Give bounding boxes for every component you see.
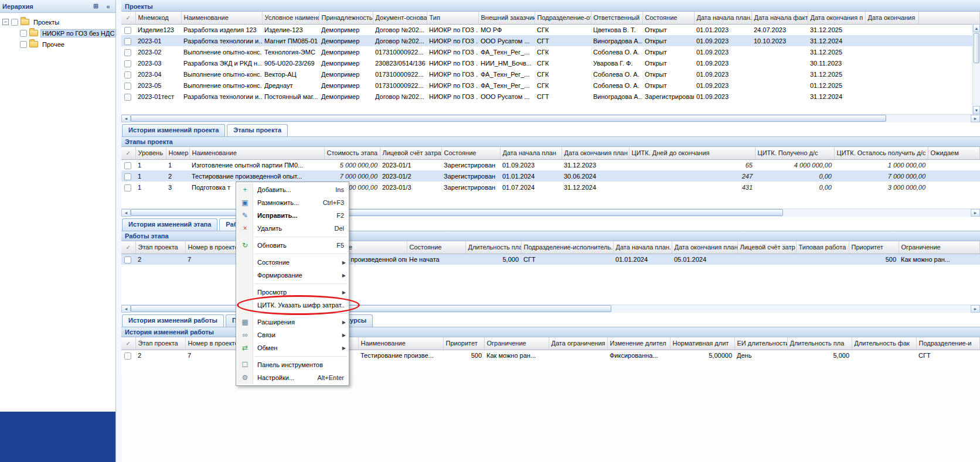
column-header[interactable]: Дата ограничения bbox=[549, 337, 607, 350]
table-cell[interactable]: День bbox=[734, 350, 787, 361]
column-header[interactable]: Лицевой счёт затрат bbox=[380, 147, 441, 159]
table-cell[interactable]: ФА_Техн_Рег_... bbox=[478, 69, 535, 80]
table-cell[interactable]: 7 000 000,00 bbox=[324, 170, 380, 182]
table-cell[interactable]: 01.09.2023 bbox=[500, 159, 562, 170]
scroll-left-icon[interactable]: ◄ bbox=[121, 305, 131, 313]
table-cell[interactable]: НИОКР по ГОЗ ... bbox=[427, 46, 478, 57]
table-cell[interactable] bbox=[549, 350, 607, 361]
row-checkbox[interactable] bbox=[124, 27, 131, 34]
table-cell[interactable] bbox=[751, 80, 808, 91]
table-row[interactable]: Изделие123 Разработка изделия 123 Издели… bbox=[121, 24, 980, 35]
column-header[interactable]: Наименование bbox=[189, 147, 324, 159]
table-cell[interactable]: 01.12.2025 bbox=[808, 80, 865, 91]
tree-item-label[interactable]: Проекты bbox=[32, 18, 61, 26]
table-cell[interactable]: 31.12.2025 bbox=[808, 46, 865, 57]
column-header[interactable]: Дата окончания план bbox=[562, 147, 629, 159]
column-header[interactable]: ЕИ длительности bbox=[734, 337, 787, 350]
table-cell[interactable]: 2023-01/3 bbox=[380, 182, 441, 193]
table-cell[interactable]: 7 bbox=[185, 254, 241, 265]
table-cell[interactable]: 2 bbox=[135, 254, 185, 265]
select-all-header[interactable]: ✓ bbox=[121, 241, 135, 254]
table-cell[interactable]: СГК bbox=[535, 57, 591, 69]
menu-item-edit[interactable]: ✎ Исправить... F2 bbox=[236, 209, 349, 222]
tab-stage-history[interactable]: История изменений этапа bbox=[122, 218, 217, 231]
table-cell[interactable]: ФА_Техн_Рег_... bbox=[478, 46, 535, 57]
tree-item-prochee[interactable]: Прочее bbox=[2, 39, 114, 50]
table-cell[interactable]: Тестирование произведенной опыт... bbox=[189, 170, 324, 182]
table-cell[interactable]: 2023-05 bbox=[135, 80, 181, 91]
column-header[interactable]: Дата начала факт bbox=[751, 12, 808, 24]
table-cell[interactable]: Цветкова В. Т. bbox=[591, 24, 642, 35]
table-cell[interactable] bbox=[865, 80, 918, 91]
table-cell[interactable]: Постоянный маг... bbox=[262, 91, 319, 102]
table-cell[interactable]: Договор №202... bbox=[373, 91, 427, 102]
table-row[interactable]: 2023-03 Разработка ЭКД и РКД н... 905-U0… bbox=[121, 57, 980, 69]
table-cell[interactable]: Выполнение опытно-конс... bbox=[181, 80, 262, 91]
menu-item-links[interactable]: ∞ Связи ▶ bbox=[236, 328, 349, 341]
column-header[interactable]: Уровень bbox=[135, 147, 166, 159]
row-checkbox-cell[interactable] bbox=[121, 254, 135, 265]
table-cell[interactable]: 01.09.2023 bbox=[694, 57, 751, 69]
table-cell[interactable]: 017310000922... bbox=[373, 69, 427, 80]
table-cell[interactable]: Зарегистрирован bbox=[441, 159, 500, 170]
table-row[interactable]: 2023-02 Выполнение опытно-конс... Технол… bbox=[121, 46, 980, 57]
column-header[interactable]: Подразделение-исполнитель. bbox=[521, 241, 613, 254]
column-header[interactable]: Тип bbox=[427, 12, 478, 24]
column-header[interactable]: ЦИТК. Получено д/с bbox=[755, 147, 834, 159]
table-cell[interactable]: Демопример bbox=[319, 91, 373, 102]
row-checkbox-cell[interactable] bbox=[121, 159, 135, 170]
table-cell[interactable]: 2023-02 bbox=[135, 46, 181, 57]
table-cell[interactable]: 1 bbox=[135, 182, 166, 193]
table-cell[interactable]: НИОКР по ГОЗ ... bbox=[427, 57, 478, 69]
menu-item-refresh[interactable]: ↻ Обновить F5 bbox=[236, 239, 349, 252]
table-row[interactable]: 1 2 Тестирование произведенной опыт... 7… bbox=[121, 170, 980, 182]
menu-item-citk-cost-code[interactable]: ЦИТК. Указать шифр затрат... bbox=[236, 299, 349, 312]
menu-item-delete[interactable]: × Удалить Del bbox=[236, 222, 349, 235]
column-header[interactable]: Номер в проекте bbox=[185, 337, 241, 350]
table-cell[interactable]: Демопример bbox=[319, 46, 373, 57]
table-cell[interactable] bbox=[865, 57, 918, 69]
select-all-header[interactable]: ✓ bbox=[121, 337, 135, 350]
table-cell[interactable]: ООО Русатом ... bbox=[478, 35, 535, 46]
table-cell[interactable]: 500 bbox=[849, 254, 899, 265]
tree-item-niokr[interactable]: НИОКР по ГОЗ без НДС bbox=[2, 28, 114, 39]
table-cell[interactable]: 30.11.2023 bbox=[808, 57, 865, 69]
row-checkbox-cell[interactable] bbox=[121, 35, 135, 46]
table-cell[interactable]: 247 bbox=[629, 170, 755, 182]
table-cell[interactable]: Тестирование произве... bbox=[358, 350, 443, 361]
table-cell[interactable]: Соболева О. А. bbox=[591, 80, 642, 91]
table-cell[interactable]: 65 bbox=[629, 159, 755, 170]
row-checkbox[interactable] bbox=[124, 256, 131, 263]
table-cell[interactable]: НИОКР по ГОЗ ... bbox=[427, 80, 478, 91]
table-cell[interactable] bbox=[751, 46, 808, 57]
table-cell[interactable]: 31.12.2024 bbox=[562, 182, 629, 193]
table-cell[interactable]: 5,00000 bbox=[670, 350, 734, 361]
vertical-scrollbar[interactable]: ▲ ▼ bbox=[972, 24, 980, 114]
table-row[interactable]: 2023-01тест Разработка технологии и... П… bbox=[121, 91, 980, 102]
table-cell[interactable]: 01.01.2023 bbox=[694, 24, 751, 35]
table-cell[interactable]: Открыт bbox=[642, 80, 694, 91]
table-cell[interactable]: НИОКР по ГОЗ ... bbox=[427, 69, 478, 80]
tree-checkbox[interactable] bbox=[20, 41, 27, 48]
column-header[interactable]: Стоимость этапа bbox=[324, 147, 380, 159]
row-checkbox-cell[interactable] bbox=[121, 69, 135, 80]
table-cell[interactable]: 01.09.2023 bbox=[694, 46, 751, 57]
table-cell[interactable]: 2023-01тест bbox=[135, 91, 181, 102]
table-cell[interactable]: 1 bbox=[166, 159, 189, 170]
table-cell[interactable]: Разработка ЭКД и РКД н... bbox=[181, 57, 262, 69]
table-cell[interactable]: СГК bbox=[535, 80, 591, 91]
column-header[interactable]: Ожидаем bbox=[928, 147, 980, 159]
table-cell[interactable]: 5,000 bbox=[465, 254, 521, 265]
table-cell[interactable]: Открыт bbox=[642, 46, 694, 57]
column-header[interactable]: Состояние bbox=[642, 12, 694, 24]
row-checkbox-cell[interactable] bbox=[121, 182, 135, 193]
column-header[interactable]: Длительность план▼ bbox=[465, 241, 521, 254]
table-cell[interactable]: 0,00 bbox=[755, 170, 834, 182]
table-cell[interactable]: Как можно ран... bbox=[484, 350, 549, 361]
row-checkbox[interactable] bbox=[124, 184, 131, 191]
tree-checkbox[interactable] bbox=[20, 30, 27, 37]
table-cell[interactable]: СГТ bbox=[535, 35, 591, 46]
table-cell[interactable]: Изделие-123 bbox=[262, 24, 319, 35]
table-cell[interactable]: Демопример bbox=[319, 80, 373, 91]
table-cell[interactable]: 01.01.2024 bbox=[500, 170, 562, 182]
